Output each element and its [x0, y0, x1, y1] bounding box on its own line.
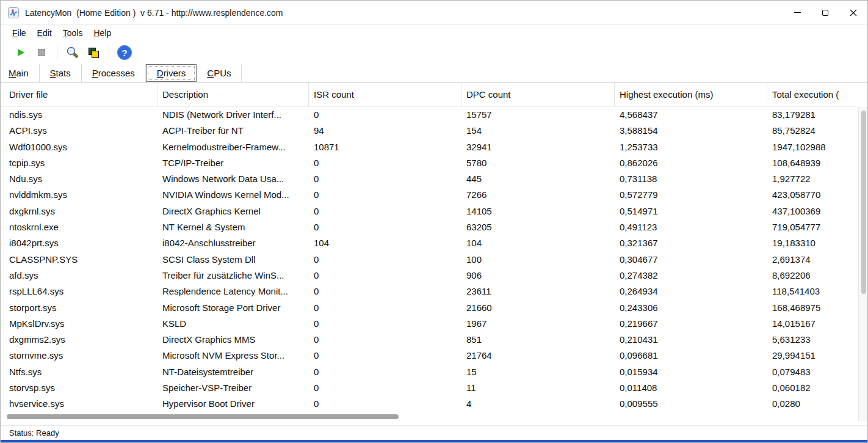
table-cell: 437,100369 — [767, 203, 858, 219]
table-cell: 851 — [461, 332, 615, 348]
menu-edit[interactable]: Edit — [32, 26, 57, 40]
column-header-isr-count[interactable]: ISR count — [309, 82, 461, 106]
column-header-total-execution[interactable]: Total execution ( — [767, 82, 858, 106]
table-row[interactable]: ntoskrnl.exeNT Kernel & System0632050,49… — [1, 219, 858, 235]
table-row[interactable]: Ndu.sysWindows Network Data Usa...04450,… — [1, 171, 858, 187]
table-cell: 0 — [309, 364, 461, 380]
table-cell: 104 — [309, 235, 461, 251]
table-cell: 0 — [309, 171, 461, 187]
tab-main[interactable]: Main — [1, 64, 40, 82]
play-icon — [16, 48, 26, 57]
tab-processes-label: Processes — [92, 68, 135, 78]
table-row[interactable]: dxgmms2.sysDirectX Graphics MMS08510,210… — [1, 332, 858, 348]
table-cell: 32941 — [461, 139, 615, 155]
start-monitor-button[interactable] — [10, 43, 31, 62]
table-cell: 0,731138 — [615, 171, 767, 187]
table-cell: 5780 — [461, 155, 615, 171]
tab-drivers[interactable]: Drivers — [146, 64, 197, 82]
table-cell: Hypervisor Boot Driver — [157, 396, 309, 412]
close-button[interactable] — [839, 1, 867, 24]
copy-report-button[interactable] — [83, 43, 104, 62]
table-cell: 445 — [461, 171, 615, 187]
table-row[interactable]: nvlddmkm.sysNVIDIA Windows Kernel Mod...… — [1, 187, 858, 203]
tab-bar: Main Stats Processes Drivers CPUs — [1, 64, 867, 82]
stop-monitor-button[interactable] — [31, 43, 52, 62]
table-cell: 1947,102988 — [767, 139, 858, 155]
table-cell: NVIDIA Windows Kernel Mod... — [157, 187, 309, 203]
table-row[interactable]: tcpip.sysTCP/IP-Treiber057800,862026108,… — [1, 155, 858, 171]
table-cell: 0,274382 — [615, 268, 767, 284]
window-controls — [783, 1, 867, 24]
minimize-button[interactable] — [783, 1, 811, 24]
table-cell: DirectX Graphics Kernel — [157, 203, 309, 219]
table-row[interactable]: ndis.sysNDIS (Network Driver Interf...01… — [1, 107, 858, 123]
table-row[interactable]: Ntfs.sysNT-Dateisystemtreiber0150,015934… — [1, 364, 858, 380]
menu-tools[interactable]: Tools — [57, 26, 89, 40]
table-cell: 85,752824 — [767, 123, 858, 139]
table-cell: ACPI-Treiber für NT — [157, 123, 309, 139]
analyze-button[interactable] — [62, 43, 83, 62]
window-title: LatencyMon (Home Edition ) v 6.71 - http… — [25, 8, 283, 18]
menu-help[interactable]: Help — [88, 26, 117, 40]
menu-file[interactable]: File — [7, 26, 32, 40]
table-cell: 0,079483 — [767, 364, 858, 380]
table-row[interactable]: CLASSPNP.SYSSCSI Class System Dll01000,3… — [1, 252, 858, 268]
table-cell: NT Kernel & System — [157, 219, 309, 235]
table-cell: 0 — [309, 187, 461, 203]
driver-table-body: ndis.sysNDIS (Network Driver Interf...01… — [1, 107, 868, 412]
menu-bar: File Edit Tools Help — [1, 25, 867, 41]
table-cell: 5,631233 — [767, 332, 858, 348]
table-cell: 0 — [309, 316, 461, 332]
table-cell: Windows Network Data Usa... — [157, 171, 309, 187]
column-header-highest-execution[interactable]: Highest execution (ms) — [615, 82, 767, 106]
close-icon — [850, 9, 857, 16]
table-cell: 0,0280 — [767, 396, 858, 412]
tab-processes[interactable]: Processes — [82, 64, 146, 82]
column-header-description[interactable]: Description — [157, 82, 309, 106]
table-cell: Microsoft Storage Port Driver — [157, 300, 309, 316]
table-row[interactable]: hvservice.sysHypervisor Boot Driver040,0… — [1, 396, 858, 412]
table-cell: tcpip.sys — [1, 155, 157, 171]
table-cell: MpKslDrv.sys — [1, 316, 157, 332]
help-button[interactable]: ? — [114, 43, 135, 62]
table-cell: 63205 — [461, 219, 615, 235]
table-cell: 0,862026 — [615, 155, 767, 171]
vertical-scrollbar-thumb[interactable] — [861, 111, 866, 294]
tab-stats[interactable]: Stats — [40, 64, 82, 82]
table-row[interactable]: ACPI.sysACPI-Treiber für NT941543,588154… — [1, 123, 858, 139]
table-cell: 14105 — [461, 203, 615, 219]
column-header-driver-file[interactable]: Driver file — [1, 82, 157, 106]
column-header-dpc-count[interactable]: DPC count — [461, 82, 615, 106]
table-row[interactable]: stornvme.sysMicrosoft NVM Express Stor..… — [1, 348, 858, 364]
table-cell: 4 — [461, 396, 615, 412]
table-cell: Speicher-VSP-Treiber — [157, 380, 309, 396]
table-cell: 154 — [461, 123, 615, 139]
table-row[interactable]: afd.sysTreiber für zusätzliche WinS...09… — [1, 268, 858, 284]
maximize-icon — [822, 10, 828, 16]
table-row[interactable]: MpKslDrv.sysKSLD019670,21966714,015167 — [1, 316, 858, 332]
horizontal-scrollbar-thumb[interactable] — [7, 414, 399, 419]
table-cell: 19,183310 — [767, 235, 858, 251]
table-cell: 0 — [309, 284, 461, 299]
vertical-scrollbar[interactable] — [858, 107, 868, 421]
table-cell: 0 — [309, 252, 461, 268]
table-cell: 21660 — [461, 300, 615, 316]
maximize-button[interactable] — [811, 1, 839, 24]
table-cell: Treiber für zusätzliche WinS... — [157, 268, 309, 284]
table-cell: 0 — [309, 380, 461, 396]
table-row[interactable]: storport.sysMicrosoft Storage Port Drive… — [1, 300, 858, 316]
table-row[interactable]: i8042prt.sysi8042-Anschlusstreiber104104… — [1, 235, 858, 251]
title-bar[interactable]: LatencyMon (Home Edition ) v 6.71 - http… — [1, 1, 867, 25]
tab-cpus[interactable]: CPUs — [197, 64, 242, 82]
table-cell: 0 — [309, 300, 461, 316]
table-cell: 3,588154 — [615, 123, 767, 139]
horizontal-scrollbar[interactable] — [1, 412, 858, 421]
table-row[interactable]: storvsp.sysSpeicher-VSP-Treiber0110,0114… — [1, 380, 858, 396]
table-cell: 0,572779 — [615, 187, 767, 203]
table-cell: 0 — [309, 348, 461, 364]
table-cell: dxgmms2.sys — [1, 332, 157, 348]
table-row[interactable]: Wdf01000.sysKernelmodustreiber-Framew...… — [1, 139, 858, 155]
table-row[interactable]: rspLLL64.sysResplendence Latency Monit..… — [1, 284, 858, 299]
table-row[interactable]: dxgkrnl.sysDirectX Graphics Kernel014105… — [1, 203, 858, 219]
table-cell: 15 — [461, 364, 615, 380]
